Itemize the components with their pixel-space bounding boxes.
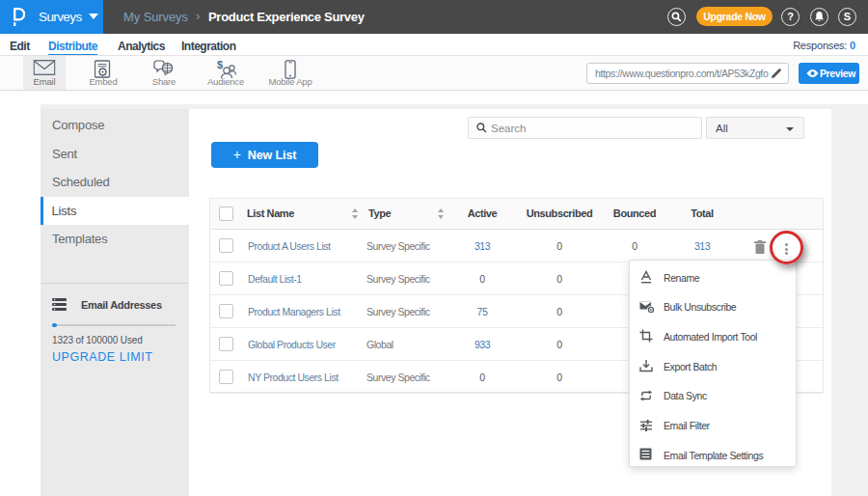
svg-text:$: $ bbox=[217, 60, 223, 70]
